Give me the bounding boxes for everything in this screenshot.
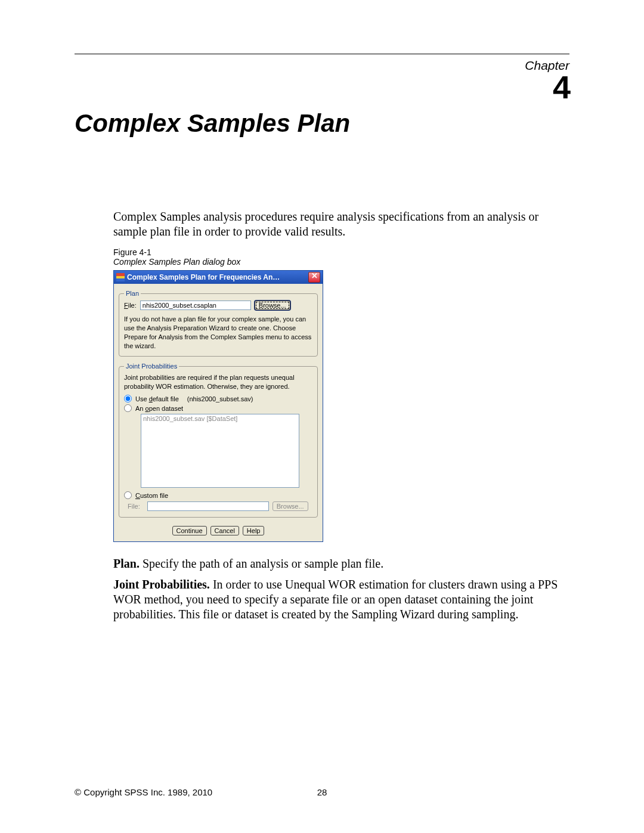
jp-legend: Joint Probabilities bbox=[124, 363, 179, 370]
dialog-title: Complex Samples Plan for Frequencies An… bbox=[127, 273, 308, 281]
radio-open-dataset-label: An open dataset bbox=[135, 405, 183, 412]
custom-browse-button: Browse... bbox=[273, 501, 308, 511]
help-button[interactable]: Help bbox=[243, 526, 265, 535]
list-item: nhis2000_subset.sav [$DataSet] bbox=[143, 415, 297, 422]
plan-file-input[interactable] bbox=[140, 301, 251, 310]
copyright: © Copyright SPSS Inc. 1989, 2010 bbox=[75, 787, 212, 797]
custom-file-input bbox=[147, 501, 269, 511]
dialog-box: Complex Samples Plan for Frequencies An…… bbox=[113, 270, 323, 542]
plan-para-label: Plan. bbox=[113, 557, 140, 570]
intro-paragraph: Complex Samples analysis procedures requ… bbox=[113, 209, 569, 239]
chapter-block: Chapter 4 bbox=[525, 58, 569, 102]
jp-paragraph: Joint Probabilities. In order to use Une… bbox=[113, 577, 569, 622]
jp-para-label: Joint Probabilities. bbox=[113, 578, 210, 591]
figure-caption: Complex Samples Plan dialog box bbox=[113, 257, 569, 267]
plan-file-label: File: bbox=[124, 302, 137, 309]
radio-custom-file-label: Custom file bbox=[135, 492, 168, 499]
plan-group: Plan File: Browse... If you do not have … bbox=[119, 290, 318, 357]
plan-paragraph: Plan. Specify the path of an analysis or… bbox=[113, 556, 569, 571]
top-rule bbox=[75, 54, 569, 54]
chapter-number: 4 bbox=[525, 73, 569, 102]
cancel-button[interactable]: Cancel bbox=[210, 526, 239, 535]
plan-help-text: If you do not have a plan file for your … bbox=[124, 315, 312, 350]
page-title: Complex Samples Plan bbox=[75, 109, 569, 138]
custom-file-label: File: bbox=[128, 503, 140, 510]
continue-button[interactable]: Continue bbox=[172, 526, 207, 535]
plan-para-text: Specify the path of an analysis or sampl… bbox=[140, 557, 383, 570]
plan-browse-button[interactable]: Browse... bbox=[255, 301, 290, 310]
radio-use-default[interactable] bbox=[124, 395, 132, 402]
dialog-titlebar[interactable]: Complex Samples Plan for Frequencies An…… bbox=[114, 271, 323, 284]
close-icon[interactable]: ✕ bbox=[308, 272, 320, 283]
radio-use-default-label: Use default file bbox=[135, 395, 179, 402]
spss-icon bbox=[116, 273, 125, 281]
default-filename: (nhis2000_subset.sav) bbox=[187, 395, 253, 402]
radio-custom-file[interactable] bbox=[124, 491, 132, 499]
joint-probabilities-group: Joint Probabilities Joint probabilities … bbox=[119, 363, 318, 518]
radio-open-dataset[interactable] bbox=[124, 404, 132, 412]
page-number: 28 bbox=[317, 787, 327, 797]
plan-legend: Plan bbox=[124, 290, 141, 297]
figure-label: Figure 4-1 bbox=[113, 247, 569, 257]
dataset-listbox[interactable]: nhis2000_subset.sav [$DataSet] bbox=[141, 414, 299, 488]
jp-help-text: Joint probabilities are required if the … bbox=[124, 373, 312, 391]
